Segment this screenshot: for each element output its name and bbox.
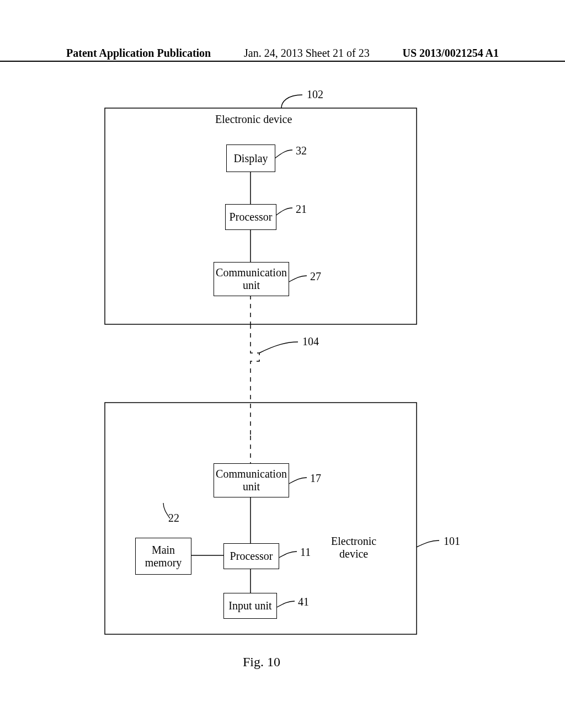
- block-main-memory: Main memory: [135, 538, 191, 575]
- ref-101: 101: [444, 535, 460, 548]
- ref-104: 104: [302, 335, 319, 348]
- ref-32: 32: [296, 144, 307, 157]
- figure-caption: Fig. 10: [243, 655, 280, 670]
- header-row: Patent Application Publication Jan. 24, …: [0, 47, 565, 60]
- ref-11: 11: [300, 546, 311, 559]
- block-comm-102-l1: Communication: [216, 266, 287, 279]
- block-processor-101: Processor: [223, 543, 279, 569]
- ref-27: 27: [310, 270, 321, 283]
- device-101-title-l1: Electronic: [331, 535, 376, 547]
- block-comm-101-l1: Communication: [216, 468, 287, 480]
- block-processor-102: Processor: [225, 204, 276, 230]
- block-input-unit: Input unit: [223, 593, 277, 619]
- block-input-unit-label: Input unit: [228, 599, 271, 612]
- block-main-memory-l1: Main: [152, 544, 175, 556]
- block-display: Display: [226, 144, 275, 172]
- device-101-title: Electronic device: [331, 535, 376, 560]
- block-comm-101-l2: unit: [243, 480, 260, 493]
- ref-41: 41: [298, 596, 309, 608]
- block-main-memory-l2: memory: [145, 556, 182, 569]
- device-102-title: Electronic device: [215, 113, 292, 126]
- header-center: Jan. 24, 2013 Sheet 21 of 23: [244, 47, 370, 60]
- ref-102: 102: [307, 88, 323, 101]
- block-processor-101-label: Processor: [230, 550, 273, 563]
- block-comm-102: Communication unit: [214, 262, 289, 296]
- block-processor-102-label: Processor: [230, 211, 273, 223]
- header-left: Patent Application Publication: [66, 47, 211, 60]
- page-header: Patent Application Publication Jan. 24, …: [0, 47, 565, 62]
- ref-21: 21: [296, 203, 307, 216]
- block-comm-102-l2: unit: [243, 279, 260, 292]
- header-right: US 2013/0021254 A1: [403, 47, 499, 60]
- block-display-label: Display: [233, 152, 268, 165]
- block-comm-101: Communication unit: [214, 463, 289, 497]
- ref-17: 17: [310, 472, 321, 485]
- device-101-title-l2: device: [339, 548, 368, 560]
- ref-22: 22: [168, 512, 179, 524]
- connector-lines: [0, 0, 565, 728]
